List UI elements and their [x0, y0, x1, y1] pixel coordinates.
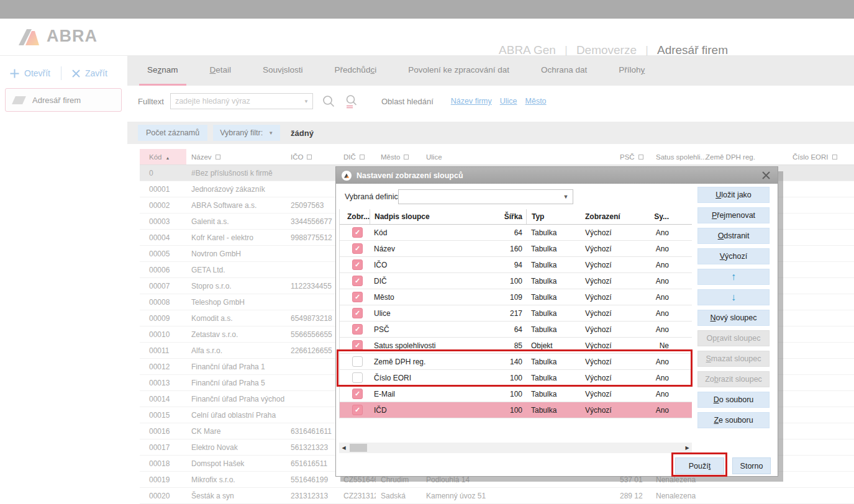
column-visible-checkbox[interactable]	[352, 276, 363, 286]
dialog-column-row[interactable]: PSČ 64 Tabulka Výchozí Ano	[340, 322, 692, 338]
dialog-column-row[interactable]: IČD 100 Tabulka Výchozí Ano	[340, 402, 692, 418]
x-icon	[72, 70, 80, 78]
column-visible-checkbox[interactable]	[352, 356, 363, 367]
tab-prilohy[interactable]: Přílohy	[611, 56, 653, 86]
dialog-column-row[interactable]: Město 109 Tabulka Výchozí Ano	[340, 289, 692, 305]
tabs-bar: Seznam Detail Souvislosti Předchůdci Pov…	[127, 56, 854, 86]
to-file-button[interactable]: Do souboru	[697, 392, 770, 408]
col-dic[interactable]: DIČ	[338, 149, 376, 164]
tab-ochrana-dat[interactable]: Ochrana dat	[533, 56, 595, 86]
tab-seznam[interactable]: Seznam	[139, 56, 186, 86]
sort-asc-icon	[165, 153, 170, 161]
app-header: ABRA ABRA Gen Demoverze Adresář firem	[0, 19, 854, 56]
selected-filter-dropdown[interactable]: Vybraný filtr:	[213, 125, 280, 141]
table-header: Kód Název IČO	[140, 149, 854, 165]
tab-souvislosti[interactable]: Souvislosti	[255, 56, 311, 86]
apply-button[interactable]: Použít	[675, 457, 724, 474]
record-count-button[interactable]: Počet záznamů	[138, 125, 207, 141]
filter-icon[interactable]	[307, 155, 312, 160]
chevron-down-icon[interactable]	[300, 94, 312, 109]
filter-icon[interactable]	[638, 155, 643, 160]
cancel-button[interactable]: Storno	[732, 457, 771, 474]
table-row[interactable]: 00020 Šesták a syn 231312313 CZ231312313…	[140, 488, 854, 504]
plus-icon	[10, 69, 19, 78]
fulltext-input[interactable]	[171, 97, 300, 106]
move-up-button[interactable]: ↑	[697, 269, 770, 285]
dialog-column-row[interactable]: Číslo EORI 100 Tabulka Výchozí Ano	[340, 370, 692, 386]
horizontal-scrollbar[interactable]	[339, 443, 692, 453]
breadcrumb: ABRA Gen Demoverze Adresář firem	[499, 43, 728, 57]
show-column-button[interactable]: Zobrazit sloupec	[697, 371, 770, 387]
column-visible-checkbox[interactable]	[352, 259, 363, 270]
close-icon[interactable]	[760, 169, 772, 181]
save-as-button[interactable]: Uložit jako	[697, 187, 770, 203]
sidebar-item-adresar-firem[interactable]: Adresář firem	[5, 88, 122, 112]
scope-ulice[interactable]: Ulice	[500, 97, 517, 106]
tab-povoleni-ke-zpracovani-dat[interactable]: Povolení ke zpracování dat	[400, 56, 517, 86]
fulltext-label: Fulltext	[138, 97, 164, 106]
col-ico[interactable]: IČO	[286, 149, 338, 164]
col-psc[interactable]: PSČ	[615, 149, 651, 164]
scroll-right-icon[interactable]	[683, 443, 692, 453]
search-icon[interactable]	[322, 94, 336, 109]
column-visible-checkbox[interactable]	[352, 324, 363, 335]
column-visible-checkbox[interactable]	[352, 292, 363, 302]
filter-icon[interactable]	[832, 155, 837, 160]
column-visible-checkbox[interactable]	[352, 243, 363, 254]
delete-column-button[interactable]: Smazat sloupec	[697, 351, 770, 367]
column-visible-checkbox[interactable]	[352, 372, 363, 383]
filter-icon[interactable]	[360, 155, 365, 160]
open-button[interactable]: Otevřít	[10, 68, 50, 78]
breadcrumb-version: Demoverze	[556, 43, 637, 57]
dialog-column-row[interactable]: Název 160 Tabulka Výchozí Ano	[340, 241, 692, 257]
column-visible-checkbox[interactable]	[352, 308, 363, 318]
from-file-button[interactable]: Ze souboru	[697, 412, 770, 428]
dialog-column-row[interactable]: Země DPH reg. 140 Tabulka Výchozí Ano	[340, 354, 692, 370]
chevron-down-icon[interactable]	[559, 194, 573, 200]
dialog-grid-header: Zobr... Nadpis sloupce Šířka Typ Zobraze…	[340, 209, 692, 225]
dialog-column-row[interactable]: Kód 64 Tabulka Výchozí Ano	[340, 225, 692, 241]
scope-mesto[interactable]: Město	[525, 97, 547, 106]
dialog-column-row[interactable]: E-Mail 100 Tabulka Výchozí Ano	[340, 386, 692, 402]
column-visible-checkbox[interactable]	[352, 227, 363, 238]
dialog-column-row[interactable]: Ulice 217 Tabulka Výchozí Ano	[340, 305, 692, 322]
column-visible-checkbox[interactable]	[352, 340, 363, 351]
col-mesto[interactable]: Město	[376, 149, 421, 164]
col-zeme-dph-reg[interactable]: Země DPH reg.	[701, 149, 788, 164]
scope-nazev-firmy[interactable]: Název firmy	[451, 97, 492, 106]
tab-detail[interactable]: Detail	[202, 56, 240, 86]
dialog-column-row[interactable]: DIČ 100 Tabulka Výchozí Ano	[340, 273, 692, 289]
logo-text: ABRA	[47, 27, 98, 46]
col-ulice[interactable]: Ulice	[421, 149, 615, 164]
column-visible-checkbox[interactable]	[352, 389, 363, 399]
scope-links: Název firmy Ulice Město	[451, 97, 547, 106]
col-kod[interactable]: Kód	[140, 149, 186, 164]
edit-column-button[interactable]: Opravit sloupec	[697, 330, 770, 346]
fulltext-input-box[interactable]	[170, 93, 313, 109]
selected-filter-value: žádný	[291, 128, 314, 138]
col-cislo-eori[interactable]: Číslo EORI	[788, 149, 854, 164]
scrollbar-thumb[interactable]	[350, 444, 367, 452]
dialog-column-row[interactable]: IČO 94 Tabulka Výchozí Ano	[340, 257, 692, 273]
dialog-side-buttons: Uložit jako Přejmenovat Odstranit Výchoz…	[697, 187, 770, 428]
move-down-button[interactable]: ↓	[697, 289, 770, 305]
filter-icon[interactable]	[216, 155, 220, 160]
column-visible-checkbox[interactable]	[352, 405, 363, 415]
default-button[interactable]: Výchozí	[697, 248, 770, 264]
remove-button[interactable]: Odstranit	[697, 228, 770, 244]
filter-icon[interactable]	[404, 155, 409, 160]
rename-button[interactable]: Přejmenovat	[697, 207, 770, 223]
dialog-columns-grid: Zobr... Nadpis sloupce Šířka Typ Zobraze…	[339, 209, 692, 418]
scroll-left-icon[interactable]	[339, 443, 348, 453]
fulltext-search-row: Fulltext Oblast hledání	[127, 86, 854, 117]
close-button[interactable]: Zavřít	[72, 68, 107, 78]
dialog-column-row[interactable]: Satus spolehlivosti 85 Objekt Výchozí Ne	[340, 338, 692, 354]
col-satus-spolehlivosti[interactable]: Satus spolehli...	[651, 149, 701, 164]
col-nazev[interactable]: Název	[186, 149, 286, 164]
definition-select[interactable]	[398, 189, 573, 204]
tab-predchudci[interactable]: Předchůdci	[327, 56, 385, 86]
new-column-button[interactable]: Nový sloupec	[697, 310, 770, 326]
search-in-selection-icon[interactable]	[345, 94, 359, 109]
dialog-title: Nastavení zobrazení sloupců	[357, 171, 463, 180]
breadcrumb-app: ABRA Gen	[499, 43, 556, 57]
